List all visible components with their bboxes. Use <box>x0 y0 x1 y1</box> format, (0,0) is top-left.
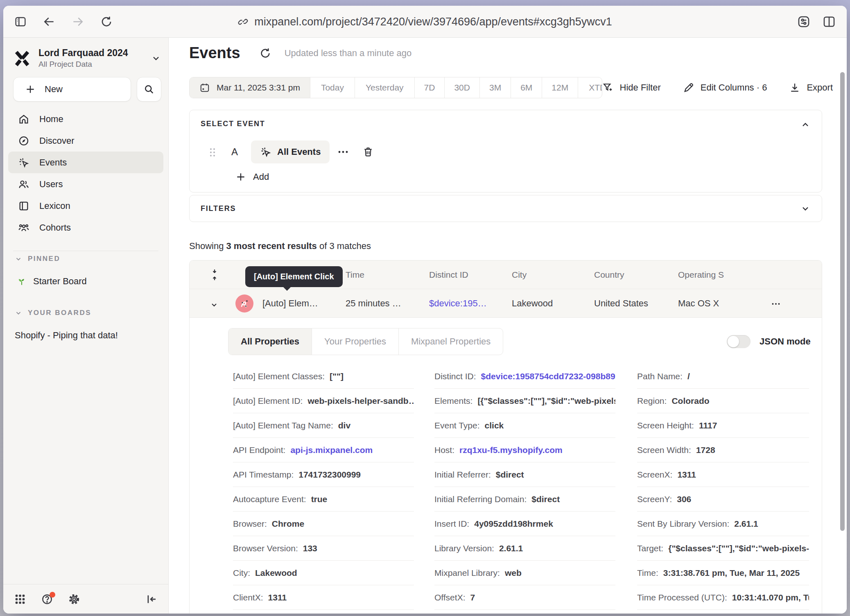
drag-handle-icon[interactable] <box>208 147 217 158</box>
date-label: Mar 11, 2025 3:31 pm <box>217 83 300 93</box>
range-xtd[interactable]: XTD <box>578 77 602 98</box>
board-item-shopify[interactable]: Shopify - Piping that data! <box>15 330 118 341</box>
property-row: [Auto] Element Classes:[""] <box>233 364 414 389</box>
your-boards-section-header[interactable]: YOUR BOARDS <box>15 309 91 317</box>
collapse-rows-icon[interactable] <box>209 268 220 281</box>
date-picker[interactable]: Mar 11, 2025 3:31 pm <box>190 77 310 98</box>
sidebar: Lord Farquaad 2024 All Project Data New <box>3 38 169 614</box>
book-icon <box>18 200 29 212</box>
property-row: Library Version:2.61.1 <box>434 536 615 561</box>
help-icon[interactable] <box>41 593 53 605</box>
forward-icon[interactable] <box>71 15 84 28</box>
event-selector-chip[interactable]: All Events <box>251 140 330 163</box>
compass-icon <box>18 135 29 147</box>
plus-icon <box>25 84 36 95</box>
sidebar-footer <box>3 584 168 614</box>
add-event-button[interactable]: Add <box>235 172 269 182</box>
column-header-country[interactable]: Country <box>594 270 624 280</box>
split-view-icon[interactable] <box>822 15 836 29</box>
new-button[interactable]: New <box>13 77 131 102</box>
sidebar-item-cohorts[interactable]: Cohorts <box>8 217 163 238</box>
property-row: ScreenX:1311 <box>637 462 809 487</box>
chevron-down-icon[interactable] <box>800 204 810 213</box>
range-3m[interactable]: 3M <box>479 77 511 98</box>
workspace-switcher[interactable]: Lord Farquaad 2024 All Project Data <box>13 45 161 71</box>
browser-window: mixpanel.com/project/3472420/view/397469… <box>3 6 847 614</box>
sidebar-item-label: Events <box>39 157 67 168</box>
tab-your-properties[interactable]: Your Properties <box>312 328 398 355</box>
property-row: [Auto] Element ID:web-pixels-helper-sand… <box>233 389 414 413</box>
gear-icon[interactable] <box>68 593 80 605</box>
property-row: Browser Version:133 <box>233 536 414 561</box>
board-item-label: Shopify - Piping that data! <box>15 330 118 341</box>
workspace-name: Lord Farquaad 2024 <box>38 48 128 58</box>
cursor-click-icon <box>260 146 271 158</box>
property-row: OffsetX:7 <box>434 585 615 610</box>
column-header-time[interactable]: Time <box>346 270 364 280</box>
filter-icon <box>602 82 614 93</box>
range-7d[interactable]: 7D <box>414 77 445 98</box>
sidebar-item-label: Discover <box>39 136 75 146</box>
trash-icon[interactable] <box>362 146 374 158</box>
property-row: City:Lakewood <box>233 561 414 585</box>
sidebar-item-discover[interactable]: Discover <box>8 130 163 152</box>
calendar-icon <box>199 82 210 93</box>
back-icon[interactable] <box>43 15 56 28</box>
collapse-sidebar-icon[interactable] <box>145 593 158 605</box>
row-more-options-icon[interactable] <box>771 302 781 306</box>
event-table-row[interactable]: [Auto] Elem… 25 minutes … $device:195… L… <box>190 289 822 318</box>
events-table: [Auto] Element Click Time Distinct ID Ci… <box>189 260 822 614</box>
chevron-down-icon[interactable] <box>151 53 161 63</box>
browser-nav-controls <box>14 15 113 28</box>
edit-columns-button[interactable]: Edit Columns · 6 <box>683 82 767 93</box>
sidebar-item-label: Users <box>39 179 63 190</box>
sidebar-nav: Home Discover Events <box>8 108 163 238</box>
export-button[interactable]: Export <box>789 82 833 93</box>
column-header-city[interactable]: City <box>512 270 527 280</box>
cohorts-icon <box>18 222 29 233</box>
property-row: ScreenY:306 <box>637 487 809 512</box>
apps-grid-icon[interactable] <box>14 593 26 605</box>
properties-tabs: All Properties Your Properties Mixpanel … <box>228 328 503 355</box>
page-title: Events <box>189 44 240 62</box>
tab-mixpanel-properties[interactable]: Mixpanel Properties <box>398 328 503 355</box>
column-header-operating-system[interactable]: Operating S <box>678 270 724 280</box>
cursor-click-icon <box>18 157 29 168</box>
property-row: Screen Width:1728 <box>637 438 809 462</box>
property-row: Initial Referring Domain:$direct <box>434 487 615 512</box>
pinned-section-header[interactable]: PINNED <box>15 255 60 263</box>
toggle-knob <box>728 336 739 347</box>
json-mode-toggle[interactable] <box>727 335 751 348</box>
extensions-icon[interactable] <box>797 15 811 29</box>
range-12m[interactable]: 12M <box>542 77 578 98</box>
tab-all-properties[interactable]: All Properties <box>228 328 312 355</box>
sidebar-item-users[interactable]: Users <box>8 173 163 195</box>
search-button[interactable] <box>137 77 161 102</box>
sidebar-item-events[interactable]: Events <box>8 152 163 173</box>
column-header-distinct-id[interactable]: Distinct ID <box>429 270 468 280</box>
range-6m[interactable]: 6M <box>511 77 542 98</box>
home-icon <box>18 113 29 125</box>
refresh-results-icon[interactable] <box>259 47 271 59</box>
sidebar-item-home[interactable]: Home <box>8 108 163 130</box>
chevron-down-icon[interactable] <box>210 301 218 309</box>
property-row: Region:Colorado <box>637 389 809 413</box>
range-yesterday[interactable]: Yesterday <box>355 77 414 98</box>
cell-distinct-id[interactable]: $device:195… <box>429 298 487 309</box>
range-today[interactable]: Today <box>310 77 355 98</box>
refresh-icon[interactable] <box>100 15 113 28</box>
address-bar[interactable]: mixpanel.com/project/3472420/view/397469… <box>238 15 612 28</box>
chevron-up-icon[interactable] <box>800 120 810 130</box>
sidebar-item-lexicon[interactable]: Lexicon <box>8 195 163 217</box>
vertical-scrollbar[interactable] <box>840 72 845 531</box>
results-summary: Showing 3 most recent results of 3 match… <box>189 241 371 251</box>
board-item-starter[interactable]: Starter Board <box>16 276 87 287</box>
sidebar-toggle-icon[interactable] <box>14 15 27 28</box>
desktop-background: mixpanel.com/project/3472420/view/397469… <box>0 0 850 616</box>
hide-filter-button[interactable]: Hide Filter <box>602 82 661 93</box>
date-toolbar: Mar 11, 2025 3:31 pm Today Yesterday 7D … <box>189 77 833 98</box>
range-30d[interactable]: 30D <box>444 77 479 98</box>
link-icon <box>238 16 249 27</box>
property-row: Elements:[{"$classes":[""],"$id":"web-pi… <box>434 389 615 413</box>
more-options-icon[interactable] <box>338 149 348 154</box>
